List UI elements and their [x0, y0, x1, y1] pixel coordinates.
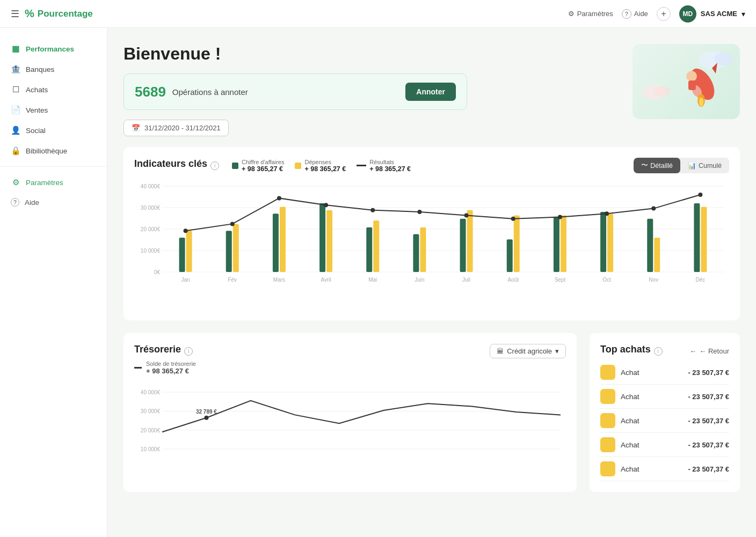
return-button[interactable]: ← ← Retour: [689, 347, 729, 355]
achat-icon-2: [600, 413, 615, 428]
indicators-info-icon[interactable]: i: [210, 161, 219, 170]
date-filter[interactable]: 📅 31/12/2020 - 31/12/2021: [123, 120, 229, 136]
achat-icon-3: [600, 437, 615, 452]
tresorerie-info-icon[interactable]: i: [184, 347, 193, 356]
sidebar-item-ventes[interactable]: 📄 Ventes: [0, 100, 107, 120]
achat-item-4[interactable]: Achat - 23 507,37 €: [600, 457, 729, 481]
sidebar-item-social[interactable]: 👤 Social: [0, 120, 107, 141]
logo-text: Pourcentage: [38, 9, 93, 19]
sidebar-item-achats[interactable]: ☐ Achats: [0, 79, 107, 100]
sidebar-label-bibliotheque: Bibiliothèque: [26, 147, 67, 155]
logo[interactable]: % Pourcentage: [25, 8, 93, 20]
legend-line-dark: [357, 165, 366, 166]
sidebar-item-bibliotheque[interactable]: 🔒 Bibiliothèque: [0, 141, 107, 161]
legend-chiffre: Chiffre d'affaires + 98 365,27 €: [232, 159, 284, 173]
svg-rect-25: [233, 224, 239, 272]
sidebar-item-parametres[interactable]: ⚙ Paramètres: [0, 172, 107, 193]
user-badge[interactable]: MD SAS ACME ▾: [679, 5, 745, 23]
welcome-left: Bienvenue ! 5689 Opérations à annoter An…: [123, 44, 633, 136]
top-achats-info-icon[interactable]: i: [654, 347, 663, 356]
svg-text:30 000€: 30 000€: [141, 205, 161, 211]
params-button[interactable]: ⚙ Paramètres: [568, 10, 613, 18]
achat-amount-1: - 23 507,37 €: [688, 393, 729, 401]
legend-items: Chiffre d'affaires + 98 365,27 € Dépense…: [232, 159, 621, 173]
svg-rect-27: [273, 214, 279, 272]
treso-legend: Solde de trésorerie + 98 365,27 €: [134, 361, 566, 375]
indicators-title: Indicateurs clés: [134, 158, 207, 170]
tresorerie-title-group: Trésorerie i: [134, 344, 193, 358]
achat-icon-4: [600, 461, 615, 476]
svg-rect-33: [366, 227, 372, 272]
svg-rect-55: [701, 207, 707, 272]
operations-label: Opérations à annoter: [172, 87, 399, 97]
achat-item-2[interactable]: Achat - 23 507,37 €: [600, 409, 729, 433]
hamburger-icon[interactable]: ☰: [11, 8, 19, 20]
svg-rect-30: [319, 203, 325, 272]
operations-count: 5689: [135, 84, 166, 100]
return-label: ← Retour: [699, 347, 729, 355]
svg-rect-22: [186, 231, 192, 272]
toggle-detail-button[interactable]: 〜 Détaillé: [634, 158, 680, 173]
bar-chart-area: 40 000€30 000€20 000€10 000€0€JanFévMars…: [134, 181, 729, 310]
bank-selector[interactable]: 🏛 Crédit agricole ▾: [490, 344, 566, 358]
bibliotheque-icon: 🔒: [11, 146, 20, 156]
aide-button[interactable]: ? Aide: [622, 9, 648, 19]
svg-text:Avril: Avril: [321, 277, 331, 283]
svg-rect-37: [420, 227, 426, 272]
calendar-icon: 📅: [132, 124, 140, 132]
add-button[interactable]: +: [657, 7, 671, 21]
svg-text:40 000€: 40 000€: [141, 183, 161, 189]
svg-text:Sept: Sept: [555, 277, 566, 283]
main-content: Bienvenue ! 5689 Opérations à annoter An…: [107, 28, 756, 537]
achat-item-0[interactable]: Achat - 23 507,37 €: [600, 361, 729, 385]
achat-amount-4: - 23 507,37 €: [688, 465, 729, 473]
achat-icon-0: [600, 365, 615, 380]
svg-point-66: [605, 211, 609, 216]
achats-icon: ☐: [11, 85, 20, 94]
svg-point-67: [651, 207, 656, 211]
top-achats-header: Top achats i ← ← Retour: [600, 344, 729, 358]
logo-percent-icon: %: [25, 8, 34, 20]
achat-label-1: Achat: [621, 393, 682, 401]
sidebar-item-aide[interactable]: ? Aide: [0, 193, 107, 212]
svg-text:Juin: Juin: [415, 277, 424, 283]
svg-rect-48: [600, 212, 606, 272]
achat-item-1[interactable]: Achat - 23 507,37 €: [600, 385, 729, 409]
sidebar-label-performances: Performances: [26, 45, 74, 53]
treso-chart-svg: 40 000€30 000€20 000€10 000€32 789 €: [134, 381, 566, 467]
sidebar-label-aide: Aide: [25, 198, 39, 207]
header: ☰ % Pourcentage ⚙ Paramètres ? Aide + MD…: [0, 0, 756, 28]
svg-point-60: [324, 203, 328, 207]
svg-text:10 000€: 10 000€: [141, 248, 161, 254]
svg-rect-21: [179, 238, 185, 272]
legend-resultats-label: Résultats: [369, 159, 411, 165]
toggle-cumule-button[interactable]: 📊 Cumulé: [680, 158, 729, 173]
svg-text:20 000€: 20 000€: [141, 428, 161, 433]
legend-depenses-val: + 98 365,27 €: [304, 165, 346, 173]
svg-rect-36: [413, 234, 419, 272]
achat-item-3[interactable]: Achat - 23 507,37 €: [600, 433, 729, 457]
sidebar-item-performances[interactable]: ▦ Performances: [0, 39, 107, 59]
welcome-title: Bienvenue !: [123, 44, 633, 64]
aide-sidebar-icon: ?: [11, 198, 19, 207]
svg-text:Jan: Jan: [181, 277, 190, 283]
sidebar-item-banques[interactable]: 🏦 Banques: [0, 59, 107, 79]
svg-rect-52: [654, 238, 660, 272]
annoter-button[interactable]: Annoter: [405, 83, 456, 101]
sidebar-label-parametres: Paramètres: [26, 179, 63, 187]
svg-text:0€: 0€: [154, 269, 161, 275]
svg-text:Août: Août: [507, 277, 519, 283]
toggle-detail-label: Détaillé: [650, 162, 673, 170]
illustration-svg: [633, 44, 740, 119]
treso-legend-line: [134, 367, 142, 369]
date-range-label: 31/12/2020 - 31/12/2021: [144, 124, 221, 132]
header-left: ☰ % Pourcentage: [11, 8, 93, 20]
achat-icon-1: [600, 389, 615, 404]
chart-toggle: 〜 Détaillé 📊 Cumulé: [634, 158, 729, 173]
treso-legend-label: Solde de trésorerie: [146, 361, 196, 367]
sidebar-label-achats: Achats: [26, 86, 48, 94]
layout: ▦ Performances 🏦 Banques ☐ Achats 📄 Vent…: [0, 28, 756, 537]
welcome-section: Bienvenue ! 5689 Opérations à annoter An…: [123, 44, 740, 136]
svg-point-7: [686, 71, 697, 82]
bank-icon: 🏛: [497, 347, 504, 355]
